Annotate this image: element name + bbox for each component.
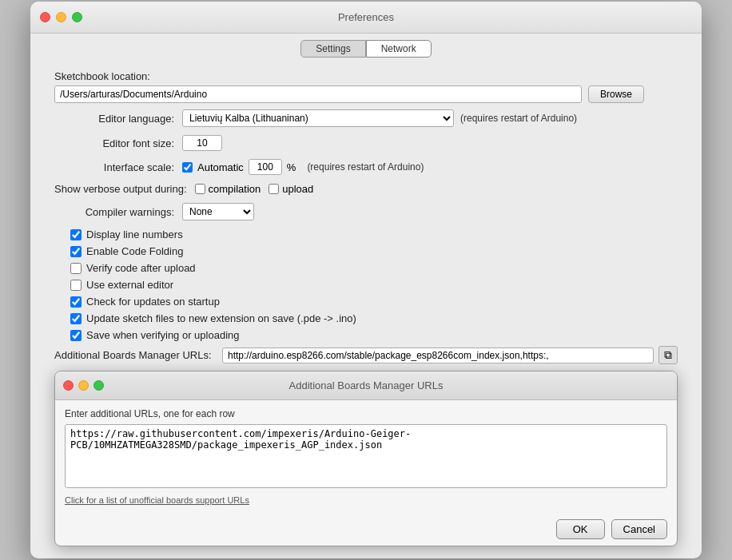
tab-network[interactable]: Network bbox=[366, 40, 432, 58]
sub-close-button[interactable] bbox=[63, 380, 74, 391]
verbose-row: Show verbose output during: compilation … bbox=[54, 183, 678, 195]
scale-restart-note: (requires restart of Arduino) bbox=[307, 161, 424, 173]
additional-urls-input[interactable] bbox=[222, 348, 654, 363]
compiler-warnings-label: Compiler warnings: bbox=[54, 206, 182, 218]
sub-description: Enter additional URLs, one for each row bbox=[65, 408, 667, 419]
traffic-lights bbox=[40, 12, 82, 22]
save-verify-label: Save when verifying or uploading bbox=[86, 329, 240, 341]
editor-font-label: Editor font size: bbox=[54, 137, 182, 149]
check-updates-label: Check for updates on startup bbox=[86, 296, 220, 308]
code-folding-label: Enable Code Folding bbox=[86, 245, 183, 257]
interface-scale-row: Interface scale: Automatic % (requires r… bbox=[54, 159, 678, 175]
verify-upload-label: Verify code after upload bbox=[86, 262, 196, 274]
language-restart-note: (requires restart of Arduino) bbox=[460, 113, 577, 124]
sketchbook-section: Sketchbook location: Browse bbox=[54, 70, 678, 103]
line-numbers-checkbox[interactable] bbox=[70, 229, 82, 240]
external-editor-checkbox[interactable] bbox=[70, 280, 82, 291]
upload-label: upload bbox=[282, 183, 313, 195]
verbose-options: compilation upload bbox=[195, 183, 314, 195]
compiler-warnings-row: Compiler warnings: None bbox=[54, 203, 678, 220]
close-button[interactable] bbox=[40, 12, 50, 22]
compilation-option: compilation bbox=[195, 183, 261, 195]
additional-urls-label: Additional Boards Manager URLs: bbox=[54, 349, 222, 361]
checkbox-code-folding: Enable Code Folding bbox=[54, 245, 678, 257]
additional-urls-row: Additional Boards Manager URLs: ⧉ bbox=[54, 346, 678, 364]
sub-traffic-lights bbox=[63, 380, 104, 391]
editor-font-input[interactable] bbox=[182, 135, 222, 151]
checkbox-line-numbers: Display line numbers bbox=[54, 228, 678, 240]
code-folding-checkbox[interactable] bbox=[70, 246, 82, 257]
sub-title-bar: Additional Boards Manager URLs bbox=[55, 371, 677, 400]
tab-settings[interactable]: Settings bbox=[300, 40, 365, 58]
editor-language-label: Editor language: bbox=[54, 113, 182, 125]
main-content: Sketchbook location: Browse Editor langu… bbox=[30, 62, 702, 558]
update-sketch-label: Update sketch files to new extension on … bbox=[86, 312, 356, 324]
compilation-label: compilation bbox=[209, 183, 261, 195]
sketchbook-row: Browse bbox=[54, 85, 678, 103]
checkbox-check-updates: Check for updates on startup bbox=[54, 296, 678, 308]
editor-language-select[interactable]: Lietuvių Kalba (Lithuaninan) bbox=[182, 109, 454, 127]
sub-window: Additional Boards Manager URLs Enter add… bbox=[54, 371, 678, 546]
external-editor-label: Use external editor bbox=[86, 279, 173, 291]
auto-scale-checkbox[interactable] bbox=[182, 162, 193, 173]
expand-urls-button[interactable]: ⧉ bbox=[658, 346, 678, 364]
line-numbers-label: Display line numbers bbox=[86, 228, 183, 240]
update-sketch-checkbox[interactable] bbox=[70, 313, 82, 324]
sub-link[interactable]: Click for a list of unofficial boards su… bbox=[65, 495, 667, 505]
scale-value-input[interactable] bbox=[249, 159, 282, 175]
save-verify-checkbox[interactable] bbox=[70, 330, 82, 341]
minimize-button[interactable] bbox=[56, 12, 66, 22]
scale-unit: % bbox=[287, 161, 296, 173]
scale-controls: Automatic % (requires restart of Arduino… bbox=[182, 159, 424, 175]
editor-font-row: Editor font size: bbox=[54, 135, 678, 151]
compiler-warnings-select[interactable]: None bbox=[182, 203, 254, 220]
sketchbook-label: Sketchbook location: bbox=[54, 70, 678, 82]
checkbox-update-sketch: Update sketch files to new extension on … bbox=[54, 312, 678, 324]
sub-content: Enter additional URLs, one for each row … bbox=[55, 400, 677, 513]
sub-urls-textarea[interactable]: https://raw.githubusercontent.com/impexe… bbox=[65, 424, 667, 488]
sub-window-title: Additional Boards Manager URLs bbox=[289, 379, 444, 391]
checkbox-external-editor: Use external editor bbox=[54, 279, 678, 291]
ok-button[interactable]: OK bbox=[556, 519, 605, 539]
auto-scale-label: Automatic bbox=[197, 161, 244, 173]
upload-checkbox[interactable] bbox=[269, 184, 279, 194]
verify-upload-checkbox[interactable] bbox=[70, 263, 82, 274]
compilation-checkbox[interactable] bbox=[195, 184, 205, 194]
upload-option: upload bbox=[269, 183, 313, 195]
tab-bar: Settings Network bbox=[30, 34, 702, 62]
check-updates-checkbox[interactable] bbox=[70, 296, 82, 308]
sub-maximize-button[interactable] bbox=[93, 380, 104, 391]
checkbox-save-verify: Save when verifying or uploading bbox=[54, 329, 678, 341]
window-title: Preferences bbox=[338, 11, 394, 23]
verbose-label: Show verbose output during: bbox=[54, 183, 195, 195]
checkboxes-section: Display line numbers Enable Code Folding… bbox=[54, 228, 678, 341]
sketchbook-path-input[interactable] bbox=[54, 85, 582, 103]
editor-language-row: Editor language: Lietuvių Kalba (Lithuan… bbox=[54, 109, 678, 127]
checkbox-verify-upload: Verify code after upload bbox=[54, 262, 678, 274]
cancel-button[interactable]: Cancel bbox=[611, 519, 667, 539]
interface-scale-label: Interface scale: bbox=[54, 161, 182, 173]
sub-footer: OK Cancel bbox=[55, 513, 677, 546]
main-window: Preferences Settings Network Sketchbook … bbox=[30, 2, 702, 558]
browse-button[interactable]: Browse bbox=[588, 85, 644, 103]
maximize-button[interactable] bbox=[72, 12, 82, 22]
sub-minimize-button[interactable] bbox=[78, 380, 89, 391]
title-bar: Preferences bbox=[30, 2, 702, 34]
